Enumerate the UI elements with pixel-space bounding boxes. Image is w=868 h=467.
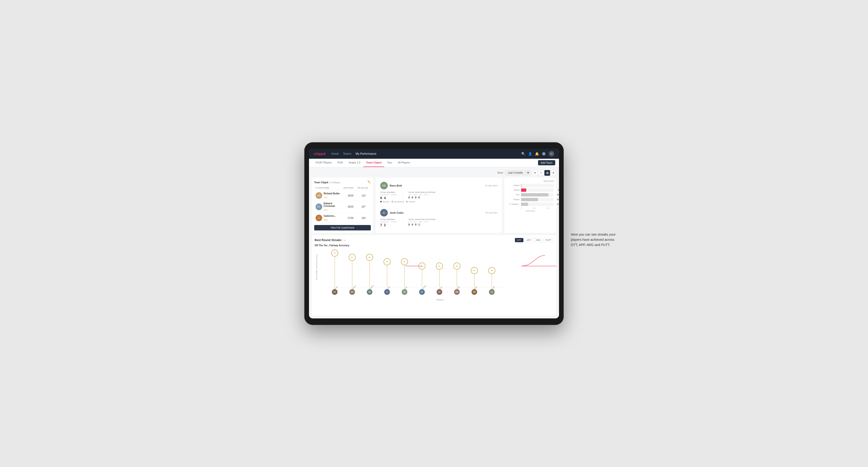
round-values: 7 2 <box>380 223 397 227</box>
card-header: JC Josh Coles 26 Aug 2023 <box>380 209 497 217</box>
bar-value: 131 <box>557 203 559 206</box>
grid-view-button[interactable]: ⊞ <box>532 170 538 176</box>
search-icon[interactable]: 🔍 <box>521 152 525 156</box>
settings-icon[interactable]: ⚙️ <box>542 152 546 156</box>
add-team-button[interactable]: Add Team <box>538 160 555 165</box>
streak-line <box>439 270 440 287</box>
practice-values: 0 0 0 1 <box>408 223 435 226</box>
streak-bubble[interactable]: 7x <box>331 250 338 257</box>
stat-divider <box>402 218 403 227</box>
col-pb-score: PB SCORE <box>343 187 358 189</box>
practice-sublabels: OTT APP ARG PUTT <box>408 194 435 195</box>
rounds-group: Total Rounds Tournament Practice 7 2 <box>380 218 397 227</box>
player-badge-bronze: ♥ 3 <box>323 219 328 221</box>
streak-line <box>457 270 457 287</box>
filter-app[interactable]: APP <box>524 238 533 242</box>
player-avatar-bottom: EC <box>419 289 425 295</box>
card-view-button[interactable]: ▦ <box>545 170 550 176</box>
streak-line <box>370 261 370 287</box>
bar-label: Bogeys <box>507 198 520 200</box>
tab-pgat-players[interactable]: PGAT Players <box>313 158 335 167</box>
player-name: Cameron... <box>323 215 336 217</box>
tournament-val: 7 <box>380 223 382 227</box>
person-icon[interactable]: 👤 <box>528 152 532 156</box>
practice-values: 0 0 0 0 <box>408 196 435 199</box>
player-details: Edward Crossman ♥ 2 <box>323 202 343 212</box>
card-player-name: Rees Britt <box>390 184 402 187</box>
streak-line <box>335 257 335 287</box>
nav-teams[interactable]: Teams <box>343 151 351 156</box>
practice-activities-label: Total Practice Activities <box>408 191 435 193</box>
card-player: RB Rees Britt <box>380 182 402 189</box>
bar-row: Pars 499 <box>507 193 554 196</box>
filter-buttons: OTT APP ARG PUTT <box>515 238 553 242</box>
streak-bubble[interactable]: 3x <box>488 267 495 274</box>
bar-row: Birdies 96 <box>507 188 554 192</box>
streak-bubble[interactable]: 4x <box>418 262 426 270</box>
player-score: 18/20 <box>343 206 358 208</box>
bar-chart: Total Shots Eagles 3 Birdies 96 Pars 499… <box>507 180 554 212</box>
filter-ott[interactable]: OTT <box>515 238 523 242</box>
tab-tour[interactable]: Tour <box>384 158 395 167</box>
player-info: EC Edward Crossman ♥ 2 <box>316 202 343 212</box>
streak-bubble[interactable]: 6x <box>366 254 373 261</box>
col-pb-avg: PB AVG SQ <box>358 187 369 189</box>
period-select[interactable]: Last 3 months Last 6 months Last 12 mont… <box>505 170 530 175</box>
table-view-button[interactable]: ≣ <box>551 170 556 176</box>
card-avatar: RB <box>380 182 388 189</box>
player-name: Richard Butler <box>323 192 340 195</box>
edit-icon[interactable]: ✏️ <box>368 181 371 184</box>
bar-value: 96 <box>558 188 559 192</box>
table-row[interactable]: EC Edward Crossman ♥ 2 18/20 107 <box>314 201 371 213</box>
table-row[interactable]: RB Richard Butler ♥ 1 19/20 110 <box>314 191 371 201</box>
annotation: Here you can see streaks your players ha… <box>571 232 620 248</box>
filter-putt[interactable]: PUTT <box>544 238 554 242</box>
tab-team-clippd[interactable]: Team Clippd <box>363 158 384 167</box>
player-card: JC Josh Coles 26 Aug 2023 Total Rounds T… <box>377 207 500 229</box>
table-row[interactable]: C Cameron... ♥ 3 17/20 103 <box>314 213 371 223</box>
card-player-name: Josh Coles <box>390 211 404 214</box>
streak-bubble[interactable]: 4x <box>453 262 460 270</box>
nav-home[interactable]: Home <box>331 151 339 156</box>
view-icons: ⊞ ≡ ▦ ≣ <box>532 170 556 176</box>
bar-value: 499 <box>557 193 559 196</box>
player-avatar-bottom: EE <box>332 289 338 295</box>
tab-hcaps[interactable]: Hcaps 1-5 <box>346 158 363 167</box>
player-avatar-bottom: MM <box>454 289 460 295</box>
streak-bubble[interactable]: 4x <box>436 262 443 270</box>
streak-bubble[interactable]: 6x <box>349 254 356 261</box>
tab-all-players[interactable]: All Players <box>395 158 413 167</box>
bar-fill <box>521 188 526 192</box>
player-badge-silver: ♥ 2 <box>323 209 328 211</box>
filter-arg[interactable]: ARG <box>534 238 543 242</box>
bar-label: D. Bogeys + <box>507 203 520 205</box>
streak-bubble[interactable]: 3x <box>471 267 478 274</box>
nav-my-performance[interactable]: My Performance <box>356 151 376 156</box>
streak-line <box>352 261 352 287</box>
rounds-group: Total Rounds Tournament Practice 8 4 <box>380 191 397 200</box>
user-avatar[interactable]: U <box>549 151 554 157</box>
tab-pga[interactable]: PGA <box>335 158 346 167</box>
tablet-frame: clippd Home Teams My Performance 🔍 👤 🔔 ⚙… <box>304 142 564 325</box>
player-column: 3xC. QuickCQ <box>484 250 500 297</box>
streak-bubble[interactable]: 5x <box>401 258 408 266</box>
player-avg: 107 <box>358 206 369 208</box>
bell-icon[interactable]: 🔔 <box>535 152 539 156</box>
chart-panel: Total Shots Eagles 3 Birdies 96 Pars 499… <box>504 178 556 233</box>
player-details: Richard Butler ♥ 1 <box>323 192 340 199</box>
player-column: 6xD. BillinghamDB <box>361 250 378 297</box>
tournament-val: 8 <box>380 196 382 200</box>
avatar: RB <box>316 192 322 199</box>
bar-fill <box>521 193 549 196</box>
bar-row: Bogeys 311 <box>507 198 554 201</box>
chart-x-label: Total Shots <box>507 210 554 212</box>
practice-sublabels: OTT APP ARG PUTT <box>408 221 435 223</box>
list-view-button[interactable]: ≡ <box>538 170 544 176</box>
bar-container: 3 <box>521 184 554 187</box>
streak-bubble[interactable]: 5x <box>383 258 391 266</box>
rounds-info: Rounds Tournament Practice <box>380 201 497 203</box>
bar-row: Eagles 3 <box>507 184 554 187</box>
view-leaderboard-button[interactable]: View Full Leaderboard <box>314 225 371 230</box>
player-column: 4xD. FordDF <box>431 250 448 297</box>
col-player-name: PLAYER NAME <box>316 187 343 189</box>
